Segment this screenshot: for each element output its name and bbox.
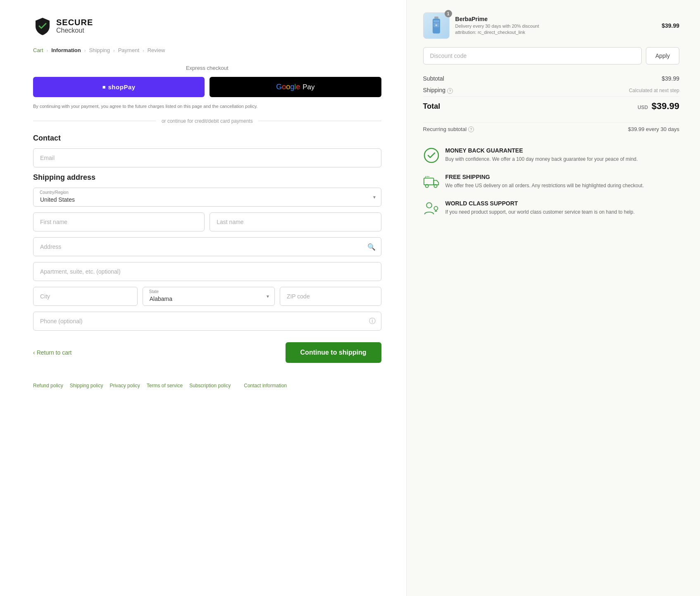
recurring-row: Recurring subtotal ? $39.99 every 30 day… <box>423 122 679 136</box>
product-quantity-badge: 1 <box>445 10 452 17</box>
shipping-row: Shipping ? Calculated at next step <box>423 84 679 96</box>
feature-support-text: WORLD CLASS SUPPORT If you need product … <box>445 200 635 216</box>
address-search-icon: 🔍 <box>367 243 376 250</box>
city-state-zip-row: State Alabama Alaska Arizona California … <box>33 287 381 306</box>
svg-point-5 <box>424 148 438 162</box>
express-checkout-label: Express checkout <box>33 65 381 71</box>
name-row <box>33 212 381 231</box>
apt-wrapper <box>33 262 381 281</box>
shipping-address-section: Shipping address Country/Region United S… <box>33 173 381 331</box>
google-pay-button[interactable]: Google Pay <box>210 77 381 97</box>
state-wrapper: State Alabama Alaska Arizona California … <box>143 287 275 306</box>
logo: SECURE Checkout <box>33 17 381 36</box>
shipping-label-wrap: Shipping ? <box>423 87 453 94</box>
feature-support-title: WORLD CLASS SUPPORT <box>445 200 635 207</box>
return-to-cart-label: Return to cart <box>37 349 72 356</box>
breadcrumb: Cart › Information › Shipping › Payment … <box>33 47 381 53</box>
return-chevron-icon: ‹ <box>33 349 35 356</box>
footer-links: Refund policy Shipping policy Privacy po… <box>33 383 381 390</box>
breadcrumb-information: Information <box>51 47 81 53</box>
logo-text: SECURE Checkout <box>56 18 93 34</box>
logo-secure-text: SECURE <box>56 18 93 27</box>
footer-contact-information[interactable]: Contact information <box>244 383 287 390</box>
city-field[interactable] <box>33 287 138 306</box>
form-actions: ‹ Return to cart Continue to shipping <box>33 342 381 363</box>
gpay-text: Pay <box>302 83 314 91</box>
breadcrumb-shipping: Shipping <box>89 47 110 53</box>
logo-checkout-text: Checkout <box>56 27 93 34</box>
breadcrumb-review: Review <box>148 47 165 53</box>
money-back-icon <box>423 147 440 164</box>
left-panel: SECURE Checkout Cart › Information › Shi… <box>0 0 406 596</box>
phone-wrapper: ⓘ <box>33 312 381 331</box>
footer-refund-policy[interactable]: Refund policy <box>33 383 63 390</box>
total-currency: USD <box>638 105 648 110</box>
feature-free-shipping-text: FREE SHIPPING We offer free US delivery … <box>445 174 644 189</box>
svg-rect-0 <box>434 17 438 19</box>
zip-field[interactable] <box>280 287 381 306</box>
product-price: $39.99 <box>662 22 679 29</box>
total-label: Total <box>423 102 440 111</box>
first-name-field[interactable] <box>33 212 205 231</box>
country-select[interactable]: United States Canada United Kingdom <box>33 188 381 207</box>
breadcrumb-cart[interactable]: Cart <box>33 47 43 53</box>
address-field[interactable] <box>33 237 381 256</box>
state-select[interactable]: Alabama Alaska Arizona California New Yo… <box>143 287 275 306</box>
shipping-info-icon[interactable]: ? <box>447 88 453 94</box>
contact-section: Contact <box>33 134 381 167</box>
recurring-label: Recurring subtotal <box>423 126 467 132</box>
recurring-value: $39.99 every 30 days <box>628 126 679 132</box>
breadcrumb-sep-3: › <box>113 48 115 53</box>
footer-privacy-policy[interactable]: Privacy policy <box>110 383 140 390</box>
total-value: $39.99 <box>652 101 679 111</box>
recurring-info-icon[interactable]: ? <box>468 126 474 132</box>
subtotal-label: Subtotal <box>423 75 444 82</box>
phone-help-icon[interactable]: ⓘ <box>369 317 376 325</box>
order-summary: Subtotal $39.99 Shipping ? Calculated at… <box>423 73 679 116</box>
divider-line-right <box>259 121 381 121</box>
last-name-field[interactable] <box>210 212 381 231</box>
free-shipping-icon <box>423 174 440 190</box>
feature-support: WORLD CLASS SUPPORT If you need product … <box>423 200 679 217</box>
continue-to-shipping-button[interactable]: Continue to shipping <box>286 342 381 363</box>
divider-text: or continue for credit/debit card paymen… <box>162 118 253 124</box>
apply-discount-button[interactable]: Apply <box>646 47 679 64</box>
email-field[interactable] <box>33 148 381 167</box>
apt-field[interactable] <box>33 262 381 281</box>
feature-money-back-text: MONEY BACK GUARANTEE Buy with confidence… <box>445 147 638 163</box>
shield-icon <box>33 17 52 36</box>
feature-support-desc: If you need product support, our world c… <box>445 208 635 216</box>
disclaimer-text: By continuing with your payment, you agr… <box>33 103 381 110</box>
express-buttons: ■ shopPay Google Pay <box>33 77 381 97</box>
shopify-pay-button[interactable]: ■ shopPay <box>33 77 205 97</box>
subtotal-value: $39.99 <box>662 75 679 82</box>
total-row: Total USD $39.99 <box>423 96 679 116</box>
shopify-pay-label: shopPay <box>108 83 136 91</box>
shipping-label: Shipping <box>423 87 446 93</box>
svg-point-9 <box>426 203 432 208</box>
return-to-cart-link[interactable]: ‹ Return to cart <box>33 349 72 356</box>
right-panel: B 1 BerbaPrime Delivery every 30 days wi… <box>406 0 700 596</box>
breadcrumb-sep-2: › <box>84 48 86 53</box>
state-label: State <box>149 289 159 294</box>
footer-terms-of-service[interactable]: Terms of service <box>147 383 183 390</box>
breadcrumb-sep-4: › <box>143 48 144 53</box>
divider: or continue for credit/debit card paymen… <box>33 118 381 124</box>
product-row: B 1 BerbaPrime Delivery every 30 days wi… <box>423 12 679 39</box>
svg-rect-2 <box>433 21 439 21</box>
breadcrumb-payment: Payment <box>118 47 139 53</box>
product-image-wrap: B 1 <box>423 12 450 39</box>
contact-title: Contact <box>33 134 381 143</box>
discount-code-input[interactable] <box>423 47 642 64</box>
footer-subscription-policy[interactable]: Subscription policy <box>189 383 231 390</box>
gpay-label: Google <box>276 83 300 91</box>
total-price-wrap: USD $39.99 <box>638 101 679 112</box>
phone-field[interactable] <box>33 312 381 331</box>
footer-shipping-policy[interactable]: Shipping policy <box>70 383 103 390</box>
subtotal-row: Subtotal $39.99 <box>423 73 679 84</box>
country-region-wrapper: Country/Region United States Canada Unit… <box>33 188 381 207</box>
feature-money-back: MONEY BACK GUARANTEE Buy with confidence… <box>423 147 679 164</box>
svg-point-10 <box>434 206 438 210</box>
address-wrapper: 🔍 <box>33 237 381 256</box>
product-info: BerbaPrime Delivery every 30 days with 2… <box>455 16 656 36</box>
